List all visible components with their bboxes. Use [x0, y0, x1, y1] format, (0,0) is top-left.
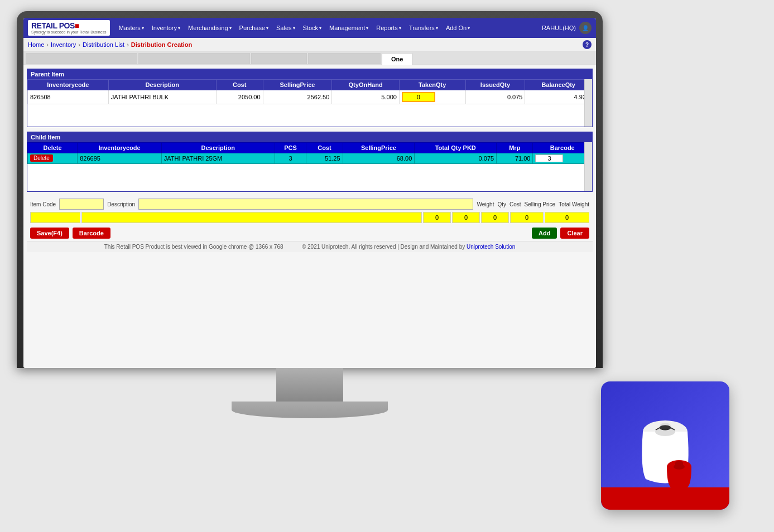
selling-price-label: Selling Price	[525, 201, 556, 207]
col-taken-qty: TakenQty	[399, 80, 465, 90]
parent-empty-row	[28, 104, 592, 127]
parent-balance-qty: 4.925	[525, 90, 592, 104]
nav-stock-arrow: ▾	[319, 26, 321, 31]
nav-reports-arrow: ▾	[399, 26, 401, 31]
tab-empty-3[interactable]	[251, 53, 307, 64]
form-description-field[interactable]	[81, 212, 422, 223]
nav-transfers[interactable]: Transfers ▾	[406, 22, 441, 33]
child-col-delete: Delete	[28, 142, 78, 153]
breadcrumb-distribution-list[interactable]: Distribution List	[83, 41, 124, 48]
parent-item-row: 826508 JATHI PATHRI BULK 2050.00 2562.50…	[28, 90, 592, 104]
bag-card	[601, 381, 729, 510]
child-delete-cell: Delete	[28, 153, 78, 163]
barcode-button[interactable]: Barcode	[73, 228, 110, 239]
form-cost-field[interactable]	[481, 212, 509, 223]
nav-masters[interactable]: Masters ▾	[116, 22, 147, 33]
nav-inventory[interactable]: Inventory ▾	[148, 22, 184, 33]
nav-sales[interactable]: Sales ▾	[273, 22, 299, 33]
tab-empty-2[interactable]	[138, 53, 250, 64]
help-icon[interactable]: ?	[583, 40, 592, 49]
footer-link[interactable]: Uniprotech Solution	[467, 244, 515, 250]
col-qty-on-hand: QtyOnHand	[332, 80, 400, 90]
nav-management[interactable]: Management ▾	[326, 22, 372, 33]
child-col-total-qty-pkd: Total Qty PKD	[415, 142, 497, 153]
parent-taken-qty-cell	[399, 90, 465, 104]
form-qty-field[interactable]	[452, 212, 480, 223]
col-description: Description	[108, 80, 216, 90]
child-inventorycode: 826695	[78, 153, 162, 163]
button-area: Save(F4) Barcode Add Clear	[27, 225, 593, 241]
nav-merchandising[interactable]: Merchandising ▾	[185, 22, 235, 33]
child-table-scrollbar[interactable]	[584, 142, 592, 192]
main-content: Parent Item Inventorycode Description Co…	[23, 65, 596, 368]
parent-description: JATHI PATHRI BULK	[108, 90, 216, 104]
child-barcode-input[interactable]	[535, 154, 563, 162]
parent-taken-qty-input[interactable]	[402, 92, 435, 102]
input-form-area: Item Code Description Weight Qty Cost Se…	[27, 196, 593, 225]
nav-transfers-arrow: ▾	[436, 26, 438, 31]
description-input[interactable]	[138, 199, 473, 210]
form-selling-price-field[interactable]	[510, 212, 544, 223]
nav-addon[interactable]: Add On ▾	[443, 22, 473, 33]
col-issued-qty: IssuedQty	[465, 80, 525, 90]
user-label: RAHUL(HQ)	[542, 25, 576, 31]
footer-right: © 2021 Uniprotech. All rights reserved |…	[302, 244, 465, 250]
logo-text: RETAIL POS■	[31, 21, 107, 30]
form-weight-field[interactable]	[423, 212, 451, 223]
child-item-header-row: Delete Inventorycode Description PCS Cos…	[28, 142, 592, 153]
svg-point-3	[660, 425, 671, 430]
nav-addon-arrow: ▾	[468, 26, 470, 31]
form-total-weight-field[interactable]	[545, 212, 589, 223]
child-total-qty-pkd: 0.075	[415, 153, 497, 163]
clear-button[interactable]: Clear	[560, 228, 589, 239]
parent-selling-price: 2562.50	[263, 90, 332, 104]
parent-table-scrollbar[interactable]	[584, 79, 592, 127]
user-icon: 👤	[579, 22, 592, 34]
parent-item-header-row: Inventorycode Description Cost SellingPr…	[28, 80, 592, 90]
footer-left: This Retail POS Product is best viewed i…	[104, 244, 283, 250]
bag-icon	[623, 401, 707, 490]
nav-stock[interactable]: Stock ▾	[300, 22, 325, 33]
nav-merchandising-arrow: ▾	[229, 26, 232, 31]
parent-item-section: Parent Item Inventorycode Description Co…	[27, 69, 593, 127]
child-item-header: Child Item	[27, 132, 592, 142]
nav-purchase-arrow: ▾	[266, 26, 268, 31]
child-cost: 51.25	[306, 153, 343, 163]
nav-sales-arrow: ▾	[293, 26, 295, 31]
child-mrp: 71.00	[497, 153, 533, 163]
breadcrumb: Home › Inventory › Distribution List › D…	[23, 38, 596, 52]
nav-inventory-arrow: ▾	[178, 26, 180, 31]
child-col-barcode: Barcode	[533, 142, 592, 153]
breadcrumb-home[interactable]: Home	[28, 41, 44, 48]
breadcrumb-inventory[interactable]: Inventory	[51, 41, 76, 48]
child-delete-button[interactable]: Delete	[30, 154, 53, 162]
tab-one[interactable]: One	[382, 53, 412, 65]
child-description: JATHI PATHRI 25GM	[161, 153, 275, 163]
child-col-mrp: Mrp	[497, 142, 533, 153]
cost-label: Cost	[509, 201, 521, 207]
nav-purchase[interactable]: Purchase ▾	[236, 22, 272, 33]
parent-item-table: Inventorycode Description Cost SellingPr…	[27, 79, 592, 127]
total-weight-label: Total Weight	[559, 201, 589, 207]
item-code-input[interactable]	[59, 199, 104, 210]
nav-reports[interactable]: Reports ▾	[373, 22, 405, 33]
tab-strip: One	[23, 52, 596, 65]
add-button[interactable]: Add	[532, 228, 557, 239]
monitor-stand-neck	[276, 368, 343, 402]
form-item-code-field[interactable]	[30, 212, 80, 223]
breadcrumb-current: Distribution Creation	[131, 41, 192, 48]
child-col-pcs: PCS	[275, 142, 306, 153]
save-button[interactable]: Save(F4)	[30, 228, 69, 239]
col-cost: Cost	[216, 80, 263, 90]
user-area: RAHUL(HQ) 👤	[542, 22, 592, 34]
nav-management-arrow: ▾	[366, 26, 368, 31]
description-label: Description	[107, 201, 135, 207]
weight-label: Weight	[477, 201, 494, 207]
col-balance-qty: BalanceQty	[525, 80, 592, 90]
tab-empty-1[interactable]	[26, 53, 137, 64]
parent-cost: 2050.00	[216, 90, 263, 104]
tab-empty-4[interactable]	[308, 53, 381, 64]
item-code-label: Item Code	[30, 201, 56, 207]
col-inventorycode: Inventorycode	[28, 80, 109, 90]
monitor-stand-base	[232, 402, 388, 418]
